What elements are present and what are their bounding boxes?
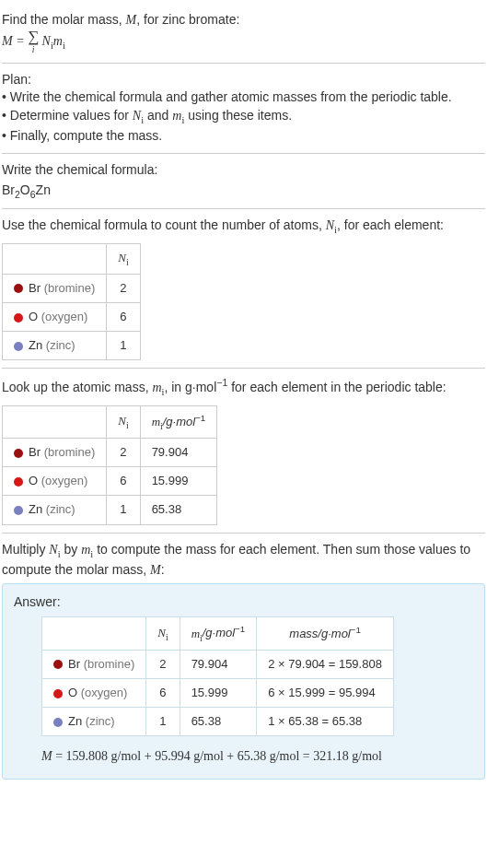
elem-cell: Zn (zinc) bbox=[42, 708, 146, 736]
answer-section: Multiply Ni by mi to compute the mass fo… bbox=[2, 534, 485, 787]
h-m: m bbox=[152, 415, 160, 428]
n-cell: 2 bbox=[107, 439, 140, 467]
m-cell: 15.999 bbox=[140, 467, 217, 496]
mass-hc: for each element in the periodic table: bbox=[227, 380, 446, 394]
elem-name: (zinc) bbox=[46, 502, 75, 516]
m-cell: 65.38 bbox=[140, 496, 217, 524]
h-N: N bbox=[118, 251, 126, 264]
f-zn: Zn bbox=[36, 182, 51, 197]
h-m: m bbox=[191, 627, 200, 640]
multiply-heading: Multiply Ni by mi to compute the mass fo… bbox=[2, 541, 485, 580]
count-hb: , for each element: bbox=[337, 217, 444, 232]
elem-sym: Br bbox=[29, 445, 41, 459]
m-cell: 79.904 bbox=[140, 439, 217, 467]
table-header-row: Ni mi/g·mol−1 mass/g·mol−1 bbox=[42, 617, 394, 651]
elem-sym: O bbox=[68, 686, 77, 699]
intro-section: Find the molar mass, M, for zinc bromate… bbox=[2, 4, 485, 64]
element-dot-icon bbox=[14, 449, 23, 458]
unit-exp: −1 bbox=[195, 413, 205, 423]
mass-section: Look up the atomic mass, mi, in g·mol−1 … bbox=[2, 369, 485, 533]
f-o: O bbox=[20, 182, 30, 197]
element-dot-icon bbox=[14, 342, 23, 351]
mass-exp: −1 bbox=[216, 377, 227, 388]
m-cell: 79.904 bbox=[180, 650, 257, 678]
hdr-Ni: Ni bbox=[146, 617, 180, 651]
answer-inner: Ni mi/g·mol−1 mass/g·mol−1 Br (bromine) … bbox=[14, 616, 473, 766]
h-Ni: i bbox=[166, 631, 168, 641]
eq-eq: = bbox=[13, 34, 28, 48]
elem-cell: Br (bromine) bbox=[42, 650, 146, 678]
n-cell: 1 bbox=[107, 332, 140, 360]
plan-b2b: and bbox=[144, 108, 172, 123]
f-br: Br bbox=[2, 182, 15, 197]
count-ha: Use the chemical formula to count the nu… bbox=[2, 217, 326, 232]
eq-m: m bbox=[53, 34, 63, 48]
n-cell: 2 bbox=[107, 274, 140, 302]
mult-hd: : bbox=[161, 562, 165, 577]
mult-ha: Multiply bbox=[2, 542, 49, 557]
n-cell: 6 bbox=[107, 303, 140, 332]
answer-label: Answer: bbox=[14, 593, 473, 612]
final-equation: M = 159.808 g/mol + 95.994 g/mol + 65.38… bbox=[41, 747, 473, 766]
h-N: N bbox=[118, 414, 126, 428]
element-dot-icon bbox=[14, 313, 23, 323]
sum-index: i bbox=[32, 44, 35, 54]
var-m: m bbox=[172, 109, 181, 123]
calc-cell: 2 × 79.904 = 159.808 bbox=[257, 650, 394, 678]
elem-name: (zinc) bbox=[46, 338, 75, 352]
elem-sym: O bbox=[29, 474, 38, 487]
intro-text2: , for zinc bromate: bbox=[136, 12, 239, 27]
mass-table: Ni mi/g·mol−1 Br (bromine) 2 79.904 O (o… bbox=[2, 405, 217, 525]
m-cell: 65.38 bbox=[180, 708, 257, 736]
eq-mi: i bbox=[63, 41, 65, 51]
elem-sym: Br bbox=[29, 281, 41, 295]
plan-bullet-2: • Determine values for Ni and mi using t… bbox=[2, 107, 485, 127]
elem-sym: Zn bbox=[29, 502, 42, 516]
table-row: O (oxygen) 6 15.999 bbox=[3, 467, 217, 496]
table-row: Zn (zinc) 1 65.38 1 × 65.38 = 65.38 bbox=[42, 708, 394, 736]
unit-exp: −1 bbox=[235, 624, 245, 634]
elem-name: (bromine) bbox=[44, 281, 96, 295]
hdr-mass: mass/g·mol−1 bbox=[257, 617, 394, 651]
intro-text: Find the molar mass, bbox=[2, 12, 126, 27]
hdr-mass-text: mass/g·mol bbox=[289, 628, 350, 641]
hdr-Ni: Ni bbox=[107, 405, 140, 439]
plan-heading: Plan: bbox=[2, 71, 485, 89]
h-N: N bbox=[157, 626, 166, 639]
table-header-row: Ni mi/g·mol−1 bbox=[3, 405, 217, 439]
elem-sym: O bbox=[29, 310, 38, 323]
hdr-mi: mi/g·mol−1 bbox=[140, 405, 217, 439]
mass-hb: , in g·mol bbox=[164, 380, 216, 394]
hdr-empty bbox=[42, 617, 146, 651]
elem-sym: Zn bbox=[29, 338, 42, 352]
plan-bullet-3: • Finally, compute the mass. bbox=[2, 127, 485, 146]
table-row: Br (bromine) 2 79.904 2 × 79.904 = 159.8… bbox=[42, 650, 394, 678]
chem-formula-section: Write the chemical formula: Br2O6Zn bbox=[2, 154, 485, 209]
table-row: O (oxygen) 6 15.999 6 × 15.999 = 95.994 bbox=[42, 679, 394, 708]
elem-cell: O (oxygen) bbox=[42, 679, 146, 708]
table-row: Br (bromine) 2 bbox=[3, 274, 141, 302]
elem-cell: Zn (zinc) bbox=[3, 496, 107, 524]
n-cell: 1 bbox=[146, 708, 180, 736]
elem-name: (oxygen) bbox=[41, 310, 88, 323]
elem-sym: Zn bbox=[68, 714, 82, 728]
count-table: Ni Br (bromine) 2 O (oxygen) 6 Zn (zinc)… bbox=[2, 243, 141, 361]
plan-b2c: using these items. bbox=[184, 108, 292, 123]
eq-lhs: M bbox=[2, 34, 13, 48]
chem-heading: Write the chemical formula: bbox=[2, 161, 485, 180]
count-section: Use the chemical formula to count the nu… bbox=[2, 209, 485, 369]
table-row: Zn (zinc) 1 65.38 bbox=[3, 496, 217, 524]
n-cell: 6 bbox=[146, 679, 180, 708]
eq-N: N bbox=[42, 34, 51, 48]
var-N2: N bbox=[326, 218, 334, 232]
var-N3: N bbox=[49, 543, 57, 557]
calc-cell: 6 × 15.999 = 95.994 bbox=[257, 679, 394, 708]
mult-hb: by bbox=[61, 542, 82, 557]
element-dot-icon bbox=[14, 477, 23, 487]
sum-symbol: ∑ bbox=[28, 28, 39, 45]
var-N: N bbox=[133, 109, 141, 123]
h-Ni: i bbox=[126, 256, 129, 266]
var-m3: m bbox=[81, 543, 90, 557]
count-heading: Use the chemical formula to count the nu… bbox=[2, 217, 485, 237]
plan-b2a: • Determine values for bbox=[2, 108, 133, 123]
